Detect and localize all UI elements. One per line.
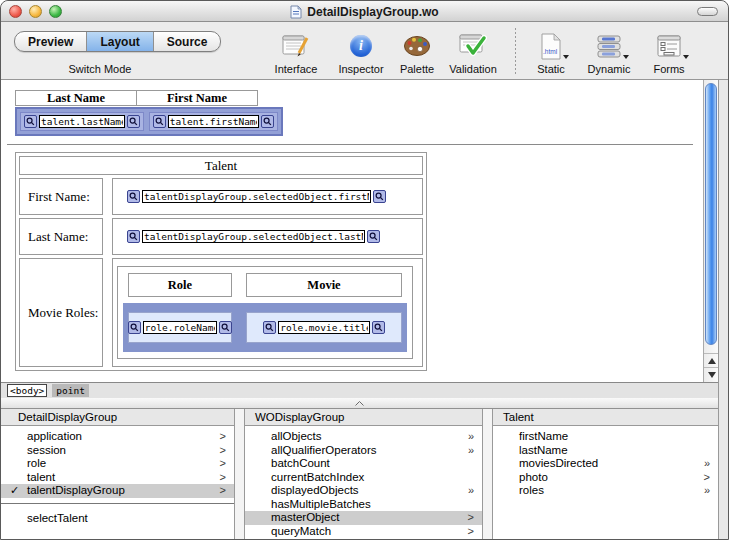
palette-button[interactable]: Palette — [393, 26, 441, 78]
column-divider[interactable] — [482, 409, 493, 539]
interface-button[interactable]: Interface — [263, 26, 329, 78]
column-header[interactable]: First Name — [136, 90, 258, 106]
wostring-end-icon[interactable] — [127, 115, 140, 128]
field-label[interactable]: Movie Roles: — [19, 258, 103, 367]
list-item-selected[interactable]: ✓talentDisplayGroup> — [1, 484, 234, 498]
binding-cell[interactable] — [149, 112, 279, 131]
field-label[interactable]: Last Name: — [19, 218, 103, 255]
binding-cell[interactable] — [112, 218, 423, 255]
browser-column-component: DetailDisplayGroup application> session>… — [1, 409, 234, 539]
list-item[interactable]: photo> — [493, 471, 718, 485]
chevron-right-icon: > — [220, 444, 226, 458]
list-item[interactable]: allQualifierOperators» — [245, 444, 482, 458]
wotextfield-end-icon[interactable] — [373, 190, 386, 203]
path-element-body[interactable]: <body> — [7, 384, 47, 397]
binding-cell[interactable] — [128, 312, 232, 343]
list-item[interactable]: firstName — [493, 430, 718, 444]
list-item[interactable]: roles» — [493, 484, 718, 498]
column-header[interactable]: Role — [128, 273, 232, 297]
table-title[interactable]: Talent — [19, 156, 423, 175]
double-chevron-icon: » — [468, 430, 474, 444]
binding-field[interactable] — [39, 115, 125, 128]
list-item[interactable]: application> — [1, 430, 234, 444]
list-item[interactable]: queryMatch> — [245, 525, 482, 539]
document-icon — [290, 5, 302, 19]
column-header[interactable]: Last Name — [15, 90, 137, 106]
list-item[interactable]: displayedObjects» — [245, 484, 482, 498]
list-item[interactable]: hasMultipleBatches — [245, 498, 482, 512]
selected-repetition-row[interactable] — [15, 107, 283, 136]
wotextfield-end-icon[interactable] — [367, 230, 380, 243]
binding-cell[interactable] — [112, 178, 423, 215]
binding-cell[interactable] — [20, 112, 144, 131]
key-list: allObjects» allQualifierOperators» batch… — [245, 426, 482, 538]
column-title: Talent — [493, 409, 718, 426]
layout-editor-canvas[interactable]: Last Name First Name Talent — [1, 80, 703, 382]
list-item[interactable]: talent> — [1, 471, 234, 485]
scroll-up-button[interactable] — [704, 353, 719, 367]
wotextfield-start-icon[interactable] — [127, 230, 140, 243]
list-item[interactable]: lastName — [493, 444, 718, 458]
toolbar-item-label: Forms — [653, 63, 684, 75]
wostring-start-icon[interactable] — [24, 115, 37, 128]
wostring-start-icon[interactable] — [128, 321, 141, 334]
binding-field[interactable] — [143, 321, 217, 334]
forms-elements-button[interactable]: Forms — [642, 26, 696, 78]
wostring-start-icon[interactable] — [153, 115, 166, 128]
column-header[interactable]: Movie — [246, 273, 402, 297]
segment-preview[interactable]: Preview — [15, 32, 87, 51]
checkmark-icon: ✓ — [10, 484, 19, 498]
chevron-right-icon: > — [468, 525, 474, 539]
list-item[interactable]: currentBatchIndex — [245, 471, 482, 485]
form-row: First Name: — [19, 178, 423, 215]
collapse-caret-icon — [355, 401, 364, 406]
editor-scrollbar[interactable] — [703, 80, 718, 382]
binding-field[interactable] — [142, 190, 371, 203]
wostring-end-icon[interactable] — [372, 321, 385, 334]
toolbar: Preview Layout Source Switch Mode — [1, 22, 728, 80]
scroll-down-button[interactable] — [704, 367, 719, 381]
binding-field[interactable] — [142, 230, 365, 243]
validation-button[interactable]: Validation — [441, 26, 505, 78]
segment-layout[interactable]: Layout — [87, 32, 153, 51]
list-item[interactable]: role> — [1, 457, 234, 471]
toolbar-toggle-button[interactable] — [697, 7, 718, 16]
list-item[interactable]: moviesDirected» — [493, 457, 718, 471]
field-label[interactable]: First Name: — [19, 178, 103, 215]
wostring-end-icon[interactable] — [261, 115, 274, 128]
binding-field[interactable] — [168, 115, 260, 128]
list-item[interactable]: allObjects» — [245, 430, 482, 444]
column-divider[interactable] — [234, 409, 245, 539]
element-path-bar: <body> point — [1, 382, 718, 398]
key-list: application> session> role> talent> ✓tal… — [1, 426, 234, 525]
panel-splitter[interactable] — [1, 398, 718, 409]
movie-roles-cell[interactable]: Role Movie — [112, 258, 423, 367]
inspector-button[interactable]: i Inspector — [329, 26, 393, 78]
stacked-elements-icon — [596, 31, 622, 61]
wostring-start-icon[interactable] — [263, 321, 276, 334]
list-item[interactable]: selectTalent — [1, 512, 234, 526]
form-row: Last Name: — [19, 218, 423, 255]
scrollbar-thumb[interactable] — [705, 83, 717, 345]
selected-repetition-row[interactable] — [123, 303, 407, 352]
path-cursor-indicator[interactable]: point — [52, 384, 89, 397]
webobjects-builder-window: DetailDisplayGroup.wo Preview Layout Sou… — [0, 0, 729, 540]
switch-mode-caption: Switch Mode — [14, 63, 186, 75]
toolbar-item-label: Validation — [449, 63, 497, 75]
browser-column-entity: Talent firstName lastName moviesDirected… — [493, 409, 718, 539]
segment-source[interactable]: Source — [154, 32, 221, 51]
title-bar[interactable]: DetailDisplayGroup.wo — [1, 1, 728, 22]
list-item[interactable]: session> — [1, 444, 234, 458]
wotextfield-start-icon[interactable] — [127, 190, 140, 203]
window-title: DetailDisplayGroup.wo — [307, 5, 438, 19]
static-elements-button[interactable]: .html Static — [526, 26, 576, 78]
binding-field[interactable] — [278, 321, 370, 334]
up-arrow-icon — [708, 358, 716, 364]
binding-cell[interactable] — [246, 312, 402, 343]
wostring-end-icon[interactable] — [219, 321, 232, 334]
info-circle-icon: i — [350, 31, 372, 61]
list-item-selected[interactable]: masterObject> — [245, 511, 482, 525]
browser-column-displaygroup: WODisplayGroup allObjects» allQualifierO… — [245, 409, 482, 539]
dynamic-elements-button[interactable]: Dynamic — [576, 26, 642, 78]
list-item[interactable]: batchCount — [245, 457, 482, 471]
